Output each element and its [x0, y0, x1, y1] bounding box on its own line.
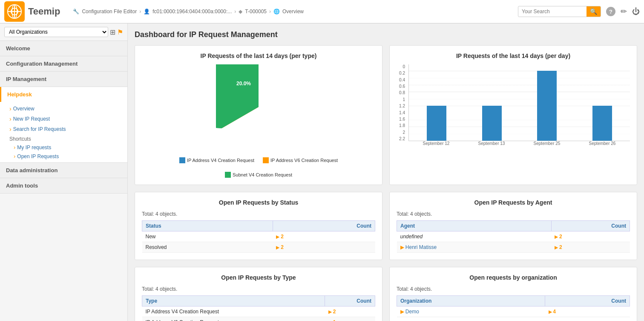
org-flag-icon[interactable]: ⚑	[117, 28, 123, 36]
type-count-header: Count	[325, 296, 375, 307]
agent-matisse-link[interactable]: Henri Matisse	[405, 244, 437, 250]
breadcrumb-icon-globe: 🌐	[273, 9, 280, 14]
card-by-org: Open requests by organization Total: 4 o…	[389, 267, 637, 321]
card-org-title: Open requests by organization	[397, 274, 630, 281]
sidebar-item-ip[interactable]: IP Management	[0, 72, 127, 87]
breadcrumb-ticket[interactable]: T-000005	[245, 9, 267, 14]
logo-box	[4, 1, 25, 22]
breadcrumb-icon-wrench: 🔧	[73, 9, 79, 14]
legend-subnet: Subnet V4 Creation Request	[225, 172, 292, 178]
legend-color-v4	[179, 157, 185, 163]
card-type-title: Open IP Requests by Type	[142, 274, 375, 281]
type-v6-count[interactable]: 1	[325, 317, 375, 321]
bar-label-sep13: September 13	[468, 141, 515, 146]
table-row: IP Address V4 Creation Request 2	[142, 307, 375, 317]
type-col-header: Type	[142, 296, 325, 307]
search-input[interactable]	[518, 7, 586, 16]
card-by-status: Open IP Requests by Status Total: 4 obje…	[135, 192, 382, 260]
card-type-total: Total: 4 objects.	[142, 286, 375, 292]
bar-sep13-bar	[482, 106, 502, 141]
bar-sep25	[524, 71, 571, 141]
pie-label-v6: 20.0%	[236, 81, 251, 87]
bar-sep26	[579, 106, 626, 141]
helpdesk-subitems: Overview New IP Request Search for IP Re…	[0, 102, 127, 162]
bar-sep12-bar	[427, 106, 446, 141]
sidebar-section-ip: IP Management	[0, 72, 127, 87]
legend-color-v6	[263, 157, 269, 163]
org-select[interactable]: All Organizations	[4, 27, 108, 37]
sidebar-item-config[interactable]: Configuration Management	[0, 56, 127, 71]
edit-icon[interactable]: ✏	[621, 7, 627, 16]
org-add-icon[interactable]: ⊞	[110, 28, 115, 36]
card-status-total: Total: 4 objects.	[142, 211, 375, 217]
bar-sep25-bar	[537, 71, 557, 141]
pie-label-v4: 40.0%	[265, 92, 279, 98]
status-new: New	[142, 231, 273, 242]
legend-v6: IP Address V6 Creation Request	[263, 157, 338, 163]
sidebar-item-welcome[interactable]: Welcome	[0, 41, 127, 56]
pie-labels-overlay: 40.0% 20.0% 40.0%	[216, 69, 301, 154]
sidebar-section-data-admin: Data administration	[0, 163, 127, 178]
breadcrumb: 🔧 Configuration File Editor › 👤 fc01:000…	[73, 9, 304, 14]
type-table: Type Count IP Address V4 Creation Reques…	[142, 295, 375, 321]
sidebar-item-new-ip-request[interactable]: New IP Request	[0, 114, 127, 124]
sidebar-item-helpdesk[interactable]: Helpdesk	[0, 87, 127, 102]
logo-text: Teemip	[28, 6, 60, 17]
main-content: Dashboard for IP Request Management IP R…	[128, 23, 644, 321]
bar-sep13	[469, 106, 515, 141]
page-title: Dashboard for IP Request Management	[135, 30, 637, 39]
card-agent-total: Total: 4 objects.	[397, 211, 630, 217]
status-table: Status Count New 2 Resolved 2	[142, 220, 375, 253]
org-demo-link[interactable]: Demo	[405, 309, 419, 315]
power-icon[interactable]: ⏻	[632, 7, 640, 16]
agent-matisse: ▶ Henri Matisse	[397, 242, 552, 253]
table-row: New 2	[142, 231, 375, 242]
sidebar-item-overview[interactable]: Overview	[0, 104, 127, 114]
sidebar-section-helpdesk: Helpdesk Overview New IP Request Search …	[0, 87, 127, 163]
legend-label-subnet: Subnet V4 Creation Request	[233, 172, 292, 177]
agent-col-header: Agent	[397, 221, 552, 231]
bar-sep12	[413, 106, 460, 141]
card-by-type: Open IP Requests by Type Total: 4 object…	[135, 267, 382, 321]
card-pie-chart: IP Requests of the last 14 days (per typ…	[135, 45, 382, 185]
org-bar: All Organizations ⊞ ⚑	[0, 23, 127, 41]
bar-label-sep26: September 26	[579, 141, 626, 146]
org-demo-count[interactable]: 4	[545, 307, 630, 317]
card-status-title: Open IP Requests by Status	[142, 199, 375, 206]
legend-label-v6: IP Address V6 Creation Request	[270, 158, 338, 163]
legend-color-subnet	[225, 172, 231, 178]
topbar-right: 🔍 ? ✏ ⏻	[518, 6, 640, 17]
logo-area: Teemip	[4, 1, 60, 22]
status-new-count[interactable]: 2	[273, 231, 375, 242]
breadcrumb-icon-diamond: ◆	[239, 9, 242, 14]
topbar: Teemip 🔧 Configuration File Editor › 👤 f…	[0, 0, 644, 23]
type-v6: IP Address V6 Creation Request	[142, 317, 325, 321]
breadcrumb-config[interactable]: Configuration File Editor	[82, 9, 137, 14]
sidebar-item-data-admin[interactable]: Data administration	[0, 163, 127, 178]
sidebar-item-search-ip[interactable]: Search for IP Requests	[0, 124, 127, 134]
status-resolved-count[interactable]: 2	[273, 242, 375, 253]
shortcuts-label: Shortcuts	[0, 134, 127, 143]
help-icon[interactable]: ?	[606, 7, 615, 16]
type-v4-count[interactable]: 2	[325, 307, 375, 317]
breadcrumb-overview[interactable]: Overview	[282, 9, 304, 14]
card-by-agent: Open IP Requests by Agent Total: 4 objec…	[389, 192, 637, 260]
org-col-header: Organization	[397, 296, 545, 307]
dashboard-grid: IP Requests of the last 14 days (per typ…	[135, 45, 637, 321]
sidebar-item-my-requests[interactable]: My IP requests	[0, 143, 127, 152]
breadcrumb-sep1: ›	[139, 9, 141, 14]
agent-undefined-count[interactable]: 2	[551, 231, 630, 242]
agent-matisse-count[interactable]: 2	[551, 242, 630, 253]
sidebar-item-open-requests[interactable]: Open IP Requests	[0, 152, 127, 161]
sidebar-item-admin-tools[interactable]: Admin tools	[0, 178, 127, 193]
bar-chart-container	[408, 64, 630, 141]
search-button[interactable]: 🔍	[586, 6, 601, 17]
search-icon: 🔍	[590, 8, 597, 15]
table-row: undefined 2	[397, 231, 630, 242]
status-col-header: Status	[142, 221, 273, 231]
sidebar-section-config: Configuration Management	[0, 56, 127, 72]
sidebar-section-admin-tools: Admin tools	[0, 178, 127, 194]
agent-table: Agent Count undefined 2 ▶ Henri Matis	[397, 220, 630, 253]
breadcrumb-server[interactable]: fc01:0000:1964:0404:000a:0000:...	[152, 9, 232, 14]
sidebar-section-welcome: Welcome	[0, 41, 127, 56]
